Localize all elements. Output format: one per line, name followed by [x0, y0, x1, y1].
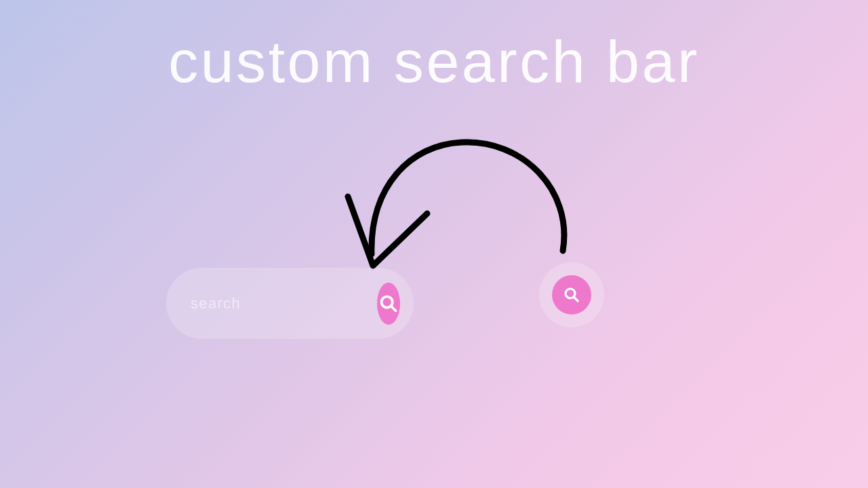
search-bar-expanded [166, 268, 414, 339]
svg-line-3 [574, 297, 578, 301]
search-icon [379, 294, 398, 313]
arrow-icon [339, 136, 576, 271]
search-icon [564, 287, 580, 303]
search-button[interactable] [377, 283, 400, 325]
search-input[interactable] [191, 295, 377, 312]
search-button-inner [552, 275, 591, 314]
page-title: custom search bar [0, 27, 868, 96]
search-bar-collapsed[interactable] [539, 262, 604, 327]
svg-line-1 [391, 306, 396, 310]
